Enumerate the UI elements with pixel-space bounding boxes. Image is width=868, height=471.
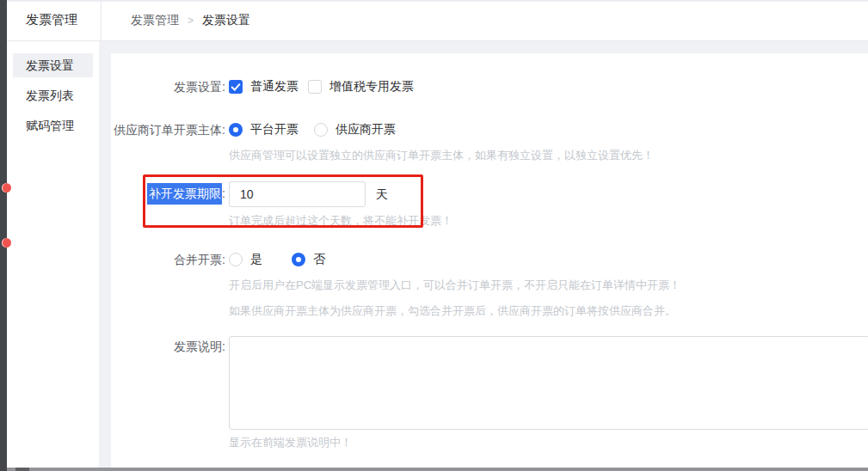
sidebar-item-invoice-settings[interactable]: 发票设置 xyxy=(13,53,93,77)
radio-supplier-invoicing[interactable] xyxy=(314,123,328,137)
merge-invoice-options: 是 否 xyxy=(229,252,325,267)
breadcrumb-parent[interactable]: 发票管理 xyxy=(131,13,179,28)
supplier-subject-help: 供应商管理可以设置独立的供应商订单开票主体，如果有独立设置，以独立设置优先！ xyxy=(229,148,654,163)
sidebar-menu: 发票设置 发票列表 赋码管理 xyxy=(7,41,99,468)
radio-label[interactable]: 供应商开票 xyxy=(336,122,396,138)
reissue-period-label: 补开发票期限: xyxy=(112,187,225,202)
invoice-type-label: 发票设置: xyxy=(112,80,225,95)
notification-badge-icon xyxy=(2,238,11,248)
invoice-note-help: 显示在前端发票说明中！ xyxy=(229,435,352,450)
merge-invoice-help-2: 如果供应商开票主体为供应商开票，勾选合并开票后，供应商开票的订单将按供应商合并。 xyxy=(229,303,676,319)
sidebar-item-code-management[interactable]: 赋码管理 xyxy=(13,113,93,138)
invoice-type-options: 普通发票 增值税专用发票 xyxy=(229,79,414,95)
checkbox-vat-special-invoice[interactable] xyxy=(308,80,322,94)
notification-badge-icon xyxy=(2,183,11,193)
selected-text-highlight: 补开发票期限 xyxy=(147,183,222,205)
module-title: 发票管理 xyxy=(26,0,77,41)
checkbox-label[interactable]: 增值税专用发票 xyxy=(329,79,414,95)
reissue-period-input[interactable] xyxy=(229,181,366,207)
radio-platform-invoicing[interactable] xyxy=(229,123,243,137)
breadcrumb-current: 发票设置 xyxy=(202,13,250,28)
radio-label[interactable]: 平台开票 xyxy=(250,122,299,138)
reissue-period-unit: 天 xyxy=(376,187,388,203)
checkbox-label[interactable]: 普通发票 xyxy=(250,79,299,95)
merge-invoice-label: 合并开票: xyxy=(112,253,225,268)
supplier-subject-label: 供应商订单开票主体: xyxy=(112,123,225,138)
invoice-note-textarea[interactable] xyxy=(229,336,868,430)
radio-merge-no[interactable] xyxy=(292,253,305,266)
reissue-period-help: 订单完成后超过这个天数，将不能补开发票！ xyxy=(229,213,452,229)
radio-merge-yes[interactable] xyxy=(229,253,243,266)
sidebar-item-invoice-list[interactable]: 发票列表 xyxy=(13,83,93,107)
radio-label[interactable]: 否 xyxy=(313,252,325,267)
merge-invoice-help-1: 开启后用户在PC端显示发票管理入口，可以合并订单开票，不开启只能在订单详情中开票… xyxy=(229,278,680,293)
checkbox-ordinary-invoice[interactable] xyxy=(229,80,243,94)
horizontal-scrollbar[interactable] xyxy=(0,468,868,471)
radio-label[interactable]: 是 xyxy=(250,252,262,267)
header-divider xyxy=(101,0,102,41)
invoice-settings-page: 发票管理 发票管理 > 发票设置 发票设置 发票列表 赋码管理 发票设置: 普通… xyxy=(0,0,868,471)
collapsed-nav-rail xyxy=(0,0,7,471)
invoice-note-label: 发票说明: xyxy=(112,339,225,355)
scrollbar-thumb[interactable] xyxy=(15,468,29,471)
chevron-right-icon: > xyxy=(188,15,194,27)
breadcrumb: 发票管理 > 发票设置 xyxy=(131,0,250,41)
label-colon: : xyxy=(222,187,225,200)
supplier-subject-options: 平台开票 供应商开票 xyxy=(229,122,396,138)
